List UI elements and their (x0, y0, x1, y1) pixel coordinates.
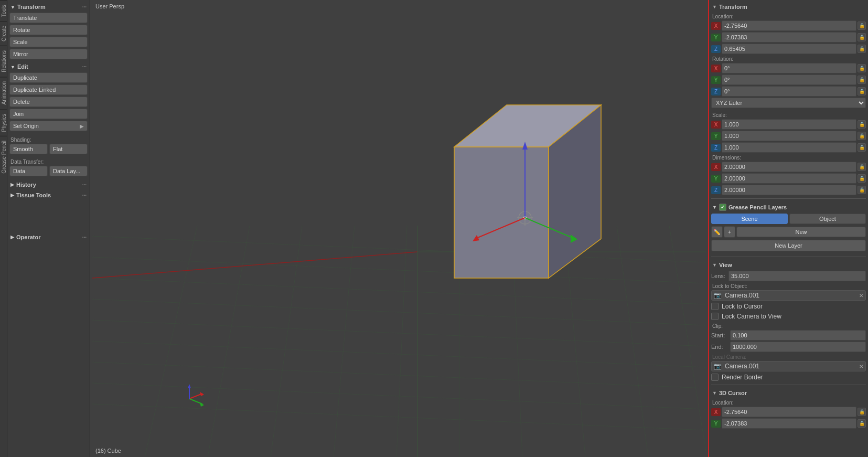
edit-section-header[interactable]: ▼Edit ··· (9, 62, 88, 71)
rp-dim-x[interactable] (722, 162, 856, 172)
rp-local-camera-clear[interactable]: ✕ (859, 364, 863, 369)
rp-rotation-x-lock[interactable]: 🔒 (858, 64, 866, 72)
join-button[interactable]: Join (9, 109, 88, 119)
rp-transform-header[interactable]: ▼ Transform (711, 2, 866, 12)
tab-grease-pencil[interactable]: Grease Pencil (0, 136, 7, 178)
rp-cursor-header[interactable]: ▼ 3D Cursor (711, 388, 866, 398)
tab-create[interactable]: Create (0, 21, 7, 46)
rp-z-label: Z (711, 45, 721, 53)
viewport-footer: (16) Cube (95, 448, 121, 454)
gp-scene-tab[interactable]: Scene (711, 214, 788, 224)
rp-location-x-row: X 🔒 (711, 20, 866, 31)
rp-cursor-loc-label: Location: (711, 399, 866, 407)
rp-rotation-z-lock[interactable]: 🔒 (858, 87, 866, 95)
rp-cursor-y-row: Y 🔒 (711, 418, 866, 429)
rp-rotation-x[interactable] (722, 63, 856, 73)
tab-relations[interactable]: Relations (0, 46, 7, 77)
divider-3 (711, 385, 866, 385)
rp-location-y[interactable] (722, 32, 856, 42)
rp-dim-y-label: Y (711, 175, 721, 183)
rp-rotation-y-lock[interactable]: 🔒 (858, 76, 866, 84)
flat-button[interactable]: Flat (49, 144, 88, 154)
rp-dim-z[interactable] (722, 185, 856, 195)
gp-pencil-icon-btn[interactable]: ✏️ (711, 226, 723, 238)
shading-label: Shading: (9, 136, 88, 144)
rp-cursor-x[interactable] (722, 407, 856, 417)
set-origin-button[interactable]: Set Origin ▶ (9, 121, 88, 131)
gp-checkbox[interactable]: ✓ (719, 204, 726, 211)
rp-dim-x-lock[interactable]: 🔒 (858, 163, 866, 171)
rp-scale-x-lock[interactable]: 🔒 (858, 120, 866, 129)
rp-cursor-x-row: X 🔒 (711, 407, 866, 417)
tissue-tools-section[interactable]: ▶ Tissue Tools ··· (9, 190, 88, 200)
translate-button[interactable]: Translate (9, 13, 88, 23)
lock-camera-checkbox[interactable] (711, 313, 719, 320)
new-layer-button[interactable]: New Layer (711, 240, 866, 251)
tab-tools[interactable]: Tools (0, 0, 7, 21)
rp-dim-y-lock[interactable]: 🔒 (858, 174, 866, 183)
rp-location-z-lock[interactable]: 🔒 (858, 45, 866, 53)
lock-camera-label: Lock Camera to View (722, 313, 781, 320)
rp-scale-z[interactable] (722, 142, 856, 153)
duplicate-button[interactable]: Duplicate (9, 72, 88, 83)
rotate-button[interactable]: Rotate (9, 25, 88, 35)
scale-button[interactable]: Scale (9, 37, 88, 47)
gp-plus-icon-btn[interactable]: + (724, 226, 735, 238)
tab-physics[interactable]: Physics (0, 109, 7, 136)
viewport[interactable]: User Persp (90, 0, 708, 457)
rp-cursor-y-lock[interactable]: 🔒 (858, 419, 866, 428)
data-lay-button[interactable]: Data Lay... (49, 166, 88, 176)
gp-new-button[interactable]: New (736, 227, 866, 237)
rp-location-z-row: Z 🔒 (711, 44, 866, 54)
duplicate-linked-button[interactable]: Duplicate Linked (9, 84, 88, 95)
rp-view-header[interactable]: ▼ View (711, 260, 866, 270)
mirror-button[interactable]: Mirror (9, 49, 88, 59)
lock-to-cursor-checkbox[interactable] (711, 303, 719, 310)
lock-to-cursor-label: Lock to Cursor (722, 303, 763, 310)
rp-scale-x-label: X (711, 121, 721, 129)
rp-dim-z-row: Z 🔒 (711, 185, 866, 195)
data-button[interactable]: Data (9, 166, 48, 176)
rp-dim-y[interactable] (722, 173, 856, 184)
rp-location-x-lock[interactable]: 🔒 (858, 22, 866, 30)
rp-cursor-x-lock[interactable]: 🔒 (858, 408, 866, 416)
rp-cursor-y[interactable] (722, 418, 856, 429)
rp-rotation-x-row: X 🔒 (711, 63, 866, 73)
rp-scale-y-lock[interactable]: 🔒 (858, 132, 866, 140)
svg-rect-0 (92, 0, 706, 457)
render-border-checkbox[interactable] (711, 374, 719, 381)
rp-dim-x-label: X (711, 163, 721, 171)
rp-lens-value[interactable] (728, 271, 866, 281)
delete-button[interactable]: Delete (9, 97, 88, 107)
transform-section-header[interactable]: ▼Transform ··· (9, 2, 88, 12)
rp-clip-start-label: Start: (711, 332, 730, 338)
right-panel: ▼ Transform Location: X 🔒 Y 🔒 Z 🔒 Rotati… (708, 0, 868, 457)
svg-marker-23 (454, 147, 549, 278)
gp-object-tab[interactable]: Object (789, 214, 866, 224)
tab-animation[interactable]: Animation (0, 77, 7, 109)
rp-rotation-z[interactable] (722, 86, 856, 97)
rp-camera-clear[interactable]: ✕ (859, 293, 863, 299)
history-section[interactable]: ▶ History ··· (9, 179, 88, 190)
smooth-button[interactable]: Smooth (9, 144, 48, 154)
operator-section[interactable]: ▶ Operator ··· (9, 232, 88, 242)
rp-local-camera-label: Local Camera: (711, 353, 866, 361)
rp-scale-y[interactable] (722, 131, 856, 141)
rp-clip-start-value[interactable] (730, 330, 866, 341)
rp-dim-z-lock[interactable]: 🔒 (858, 186, 866, 194)
rp-location-y-lock[interactable]: 🔒 (858, 33, 866, 41)
rp-location-label: Location: (711, 13, 866, 20)
rp-location-x[interactable] (722, 20, 856, 31)
gp-tab-row: Scene Object (711, 214, 866, 224)
rp-clip-end-value[interactable] (730, 342, 866, 352)
rp-rotation-y[interactable] (722, 75, 856, 85)
rp-scale-z-lock[interactable]: 🔒 (858, 143, 866, 152)
divider-2 (711, 257, 866, 257)
rp-render-border-row: Render Border (711, 373, 866, 381)
rp-scale-x[interactable] (722, 119, 856, 130)
data-transfer-row: Data Data Lay... (9, 166, 88, 178)
grease-pencil-header[interactable]: ▼ ✓ Grease Pencil Layers (711, 202, 866, 212)
rp-location-z[interactable] (722, 44, 856, 54)
rp-rotation-mode[interactable]: XYZ Euler (711, 98, 866, 108)
rp-dim-y-row: Y 🔒 (711, 173, 866, 184)
